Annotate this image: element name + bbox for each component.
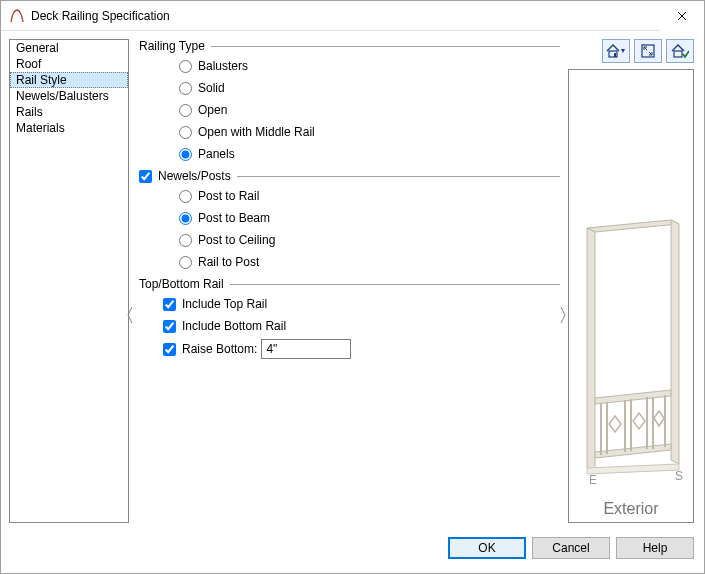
sidebar-item-label: Materials	[16, 121, 65, 135]
checkbox-raise-bottom[interactable]	[163, 343, 176, 356]
corner-e-label: E	[589, 473, 597, 487]
window-title: Deck Railing Specification	[31, 9, 660, 23]
sidebar-item-roof[interactable]: Roof	[10, 56, 128, 72]
close-button[interactable]	[660, 1, 704, 31]
radio-label: Post to Rail	[198, 189, 259, 203]
divider	[230, 284, 560, 285]
radio-solid[interactable]	[179, 82, 192, 95]
dialog-footer: OK Cancel Help	[1, 531, 704, 565]
radio-label: Post to Beam	[198, 211, 270, 225]
sidebar-item-materials[interactable]: Materials	[10, 120, 128, 136]
sidebar-item-general[interactable]: General	[10, 40, 128, 56]
corner-s-label: S	[675, 469, 683, 483]
checkbox-label: Include Bottom Rail	[182, 319, 286, 333]
splitter-left-icon[interactable]	[127, 305, 133, 325]
checkbox-label: Raise Bottom:	[182, 342, 257, 356]
divider	[237, 176, 560, 177]
button-label: Cancel	[552, 541, 589, 555]
app-icon	[9, 8, 25, 24]
checkbox-include-bottom-rail[interactable]	[163, 320, 176, 333]
title-bar: Deck Railing Specification	[1, 1, 704, 31]
sidebar-item-label: Roof	[16, 57, 41, 71]
divider	[211, 46, 560, 47]
sidebar-item-rail-style[interactable]: Rail Style	[10, 72, 128, 88]
home-check-button[interactable]	[666, 39, 694, 63]
sidebar-item-rails[interactable]: Rails	[10, 104, 128, 120]
svg-marker-7	[595, 390, 671, 404]
splitter-right-icon[interactable]	[560, 305, 566, 325]
sidebar-item-label: Rail Style	[16, 73, 67, 87]
group-title: Newels/Posts	[158, 169, 231, 183]
group-newels-posts: Newels/Posts Post to Rail Post to Beam P…	[139, 169, 560, 271]
svg-rect-3	[674, 51, 682, 57]
expand-button[interactable]	[634, 39, 662, 63]
radio-open[interactable]	[179, 104, 192, 117]
sidebar-item-label: General	[16, 41, 59, 55]
svg-marker-5	[587, 228, 595, 472]
radio-label: Post to Ceiling	[198, 233, 275, 247]
radio-post-to-ceiling[interactable]	[179, 234, 192, 247]
radio-label: Solid	[198, 81, 225, 95]
svg-rect-2	[642, 45, 654, 57]
button-label: Help	[643, 541, 668, 555]
radio-label: Open with Middle Rail	[198, 125, 315, 139]
button-label: OK	[478, 541, 495, 555]
radio-label: Open	[198, 103, 227, 117]
sidebar-item-label: Newels/Balusters	[16, 89, 109, 103]
checkbox-label: Include Top Rail	[182, 297, 267, 311]
preview-toolbar	[568, 39, 694, 63]
checkbox-include-top-rail[interactable]	[163, 298, 176, 311]
group-top-bottom-rail: Top/Bottom Rail Include Top Rail Include…	[139, 277, 560, 359]
svg-marker-6	[671, 220, 679, 464]
ok-button[interactable]: OK	[448, 537, 526, 559]
sidebar-item-label: Rails	[16, 105, 43, 119]
svg-marker-16	[587, 464, 679, 474]
preview-illustration: E S	[569, 70, 693, 498]
preview-box[interactable]: E S Exterior	[568, 69, 694, 523]
main-panel: Railing Type Balusters Solid Open Open w…	[129, 31, 564, 531]
radio-label: Panels	[198, 147, 235, 161]
radio-label: Rail to Post	[198, 255, 259, 269]
svg-marker-4	[587, 220, 679, 232]
radio-label: Balusters	[198, 59, 248, 73]
category-list[interactable]: General Roof Rail Style Newels/Balusters…	[9, 39, 129, 523]
svg-rect-1	[614, 53, 616, 57]
help-button[interactable]: Help	[616, 537, 694, 559]
group-railing-type: Railing Type Balusters Solid Open Open w…	[139, 39, 560, 163]
radio-panels[interactable]	[179, 148, 192, 161]
raise-bottom-input[interactable]	[261, 339, 351, 359]
group-title: Top/Bottom Rail	[139, 277, 224, 291]
checkbox-newels-posts[interactable]	[139, 170, 152, 183]
home-dropdown-button[interactable]	[602, 39, 630, 63]
radio-post-to-rail[interactable]	[179, 190, 192, 203]
sidebar-item-newels-balusters[interactable]: Newels/Balusters	[10, 88, 128, 104]
cancel-button[interactable]: Cancel	[532, 537, 610, 559]
radio-balusters[interactable]	[179, 60, 192, 73]
radio-rail-to-post[interactable]	[179, 256, 192, 269]
radio-open-middle[interactable]	[179, 126, 192, 139]
radio-post-to-beam[interactable]	[179, 212, 192, 225]
group-title: Railing Type	[139, 39, 205, 53]
